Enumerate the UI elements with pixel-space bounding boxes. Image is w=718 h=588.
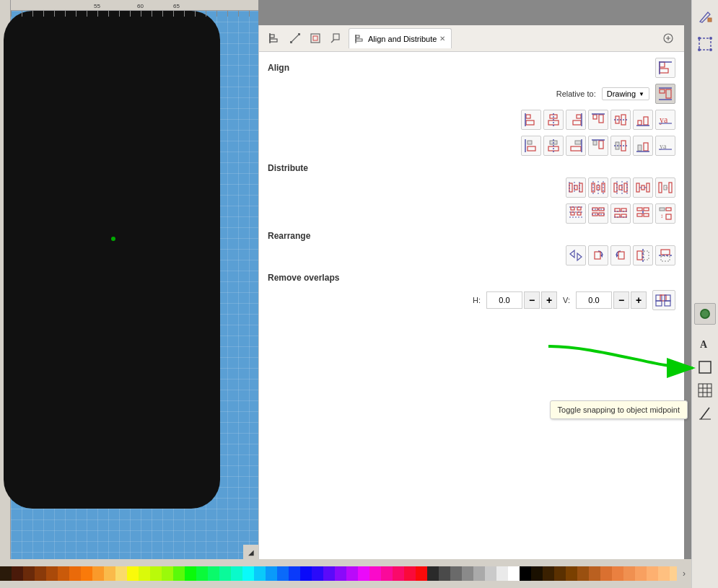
color-swatch[interactable] (358, 566, 369, 581)
align-tl-btn[interactable] (655, 58, 675, 78)
color-swatch[interactable] (277, 566, 289, 581)
exchange-btn[interactable] (566, 245, 586, 266)
color-swatch[interactable] (12, 566, 23, 581)
color-swatch[interactable] (173, 566, 185, 581)
color-swatch[interactable] (612, 566, 623, 581)
dist-gap-v-btn[interactable] (633, 203, 653, 224)
color-swatch[interactable] (289, 566, 300, 581)
color-swatch[interactable] (577, 566, 589, 581)
node-edit-btn[interactable] (285, 28, 305, 48)
color-swatch[interactable] (566, 566, 577, 581)
align-top-edges-btn[interactable] (588, 110, 608, 130)
snap-midpoint-btn[interactable] (694, 303, 716, 325)
color-swatch[interactable] (635, 566, 647, 581)
color-swatch[interactable] (300, 566, 312, 581)
dist-top-btn[interactable] (566, 203, 586, 224)
color-swatch[interactable] (623, 566, 635, 581)
color-swatch[interactable] (162, 566, 173, 581)
color-swatch[interactable] (115, 566, 127, 581)
remove-overlaps-apply-btn[interactable] (652, 290, 675, 310)
color-swatch[interactable] (450, 566, 462, 581)
color-swatch[interactable] (58, 566, 69, 581)
color-swatch[interactable] (346, 566, 358, 581)
color-swatch[interactable] (185, 566, 196, 581)
snap-tool-btn[interactable] (694, 6, 716, 27)
v-minus-btn[interactable]: − (613, 291, 629, 309)
color-swatch[interactable] (254, 566, 266, 581)
color-swatch[interactable] (416, 566, 427, 581)
color-swatch[interactable] (231, 566, 242, 581)
color-swatch[interactable] (485, 566, 496, 581)
color-swatch[interactable] (46, 566, 58, 581)
color-swatch[interactable] (473, 566, 485, 581)
color-swatch[interactable] (323, 566, 335, 581)
relative-to-icon-btn[interactable] (655, 84, 675, 104)
color-swatch[interactable] (543, 566, 554, 581)
dist-special-btn[interactable]: ↔ (655, 177, 675, 198)
dist-gap-h-btn[interactable] (633, 177, 653, 198)
dist-right-btn[interactable] (610, 177, 631, 198)
color-swatch[interactable] (462, 566, 473, 581)
snap-bbox-btn[interactable] (694, 33, 716, 55)
v-plus-btn[interactable]: + (631, 291, 647, 309)
color-swatch[interactable] (381, 566, 393, 581)
color-swatch[interactable] (219, 566, 231, 581)
flip-v-btn[interactable] (655, 245, 675, 266)
h-value-input[interactable] (486, 291, 522, 309)
color-bar[interactable]: › (0, 559, 691, 588)
color-swatch[interactable] (0, 566, 12, 581)
transform-btn[interactable] (305, 28, 325, 48)
color-swatch[interactable] (23, 566, 35, 581)
color-swatch[interactable] (127, 566, 139, 581)
rotate-90cw-btn[interactable] (588, 245, 608, 266)
flip-h-btn[interactable] (633, 245, 653, 266)
snap-text-btn[interactable]: A (694, 333, 716, 355)
align-icon-btn[interactable] (265, 28, 285, 48)
snap-grid-btn[interactable] (694, 379, 716, 401)
h-minus-btn[interactable]: − (524, 291, 540, 309)
relative-to-select[interactable]: Drawing ▼ (602, 87, 649, 100)
color-swatch[interactable] (554, 566, 566, 581)
color-swatch[interactable] (69, 566, 81, 581)
align-right-anchor-btn[interactable] (566, 136, 586, 156)
align-center-v-anchor-btn[interactable] (610, 136, 631, 156)
color-swatch[interactable] (35, 566, 46, 581)
color-swatch[interactable] (150, 566, 162, 581)
align-center-h-btn[interactable] (543, 110, 564, 130)
align-bottom-anchor-btn[interactable] (633, 136, 653, 156)
color-swatch[interactable] (658, 566, 670, 581)
color-swatch[interactable] (92, 566, 104, 581)
color-swatch[interactable] (312, 566, 323, 581)
align-left-edges-btn[interactable] (521, 110, 541, 130)
dist-bottom-btn[interactable] (610, 203, 631, 224)
align-center-v-btn[interactable] (610, 110, 631, 130)
align-baseline-btn[interactable]: ya (655, 110, 675, 130)
color-swatch[interactable] (520, 566, 531, 581)
tab-close-btn[interactable]: ✕ (439, 35, 445, 43)
rotate-90ccw-btn[interactable] (610, 245, 631, 266)
color-swatch[interactable] (404, 566, 416, 581)
align-top-anchor-btn[interactable] (588, 136, 608, 156)
color-swatch[interactable] (81, 566, 92, 581)
align-bottom-edges-btn[interactable] (633, 110, 653, 130)
canvas-corner-btn[interactable]: ◢ (243, 545, 258, 559)
color-swatch[interactable] (208, 566, 219, 581)
color-swatch[interactable] (393, 566, 404, 581)
dist-center-v-btn[interactable] (588, 203, 608, 224)
h-plus-btn[interactable]: + (541, 291, 557, 309)
tab-align-distribute[interactable]: Align and Distribute ✕ (349, 28, 452, 48)
color-swatch[interactable] (427, 566, 439, 581)
color-swatch[interactable] (496, 566, 508, 581)
zoom-btn[interactable] (325, 28, 346, 48)
align-center-h-anchor-btn[interactable] (543, 136, 564, 156)
v-value-input[interactable] (576, 291, 612, 309)
snap-guide-btn[interactable] (694, 403, 716, 424)
color-swatch[interactable] (104, 566, 115, 581)
color-swatch[interactable] (335, 566, 346, 581)
color-swatch[interactable] (196, 566, 208, 581)
color-swatch[interactable] (369, 566, 381, 581)
color-swatch[interactable] (139, 566, 150, 581)
dist-anchor-btn[interactable]: ↕ (655, 203, 675, 224)
color-swatch[interactable] (242, 566, 254, 581)
color-swatch[interactable] (647, 566, 658, 581)
